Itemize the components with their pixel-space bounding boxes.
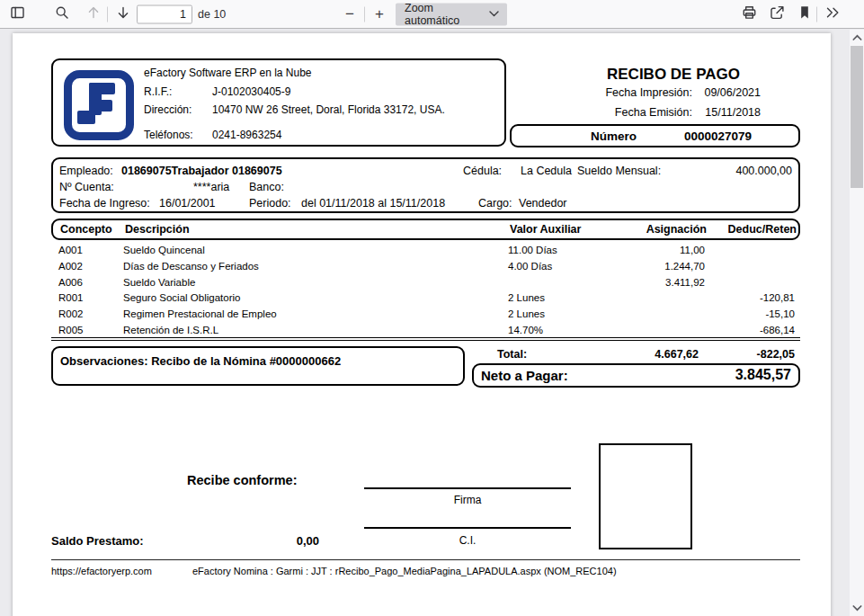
- column-header-concepto: Concepto: [60, 223, 112, 236]
- concept-description: Sueldo Quincenal: [123, 243, 205, 259]
- total-deduccion-value: -822,05: [660, 348, 795, 361]
- next-page-button[interactable]: [111, 3, 135, 26]
- ci-label: C.I.: [364, 534, 571, 547]
- double-chevron-right-icon: [825, 6, 841, 22]
- zoom-level-select[interactable]: Zoom automático: [396, 3, 507, 25]
- pdf-page: eFactory Software ERP en la Nube R.I.F.:…: [13, 33, 831, 616]
- concept-asignacion: 1.244,70: [573, 259, 705, 275]
- period-value: del 01/11/2018 al 15/11/2018: [301, 197, 445, 210]
- company-address-label: Dirección:: [144, 103, 192, 116]
- column-header-valor-auxiliar: Valor Auxiliar: [510, 223, 581, 236]
- company-phones-value: 0241-8963254: [212, 129, 281, 141]
- emission-date-value: 15/11/2018: [678, 106, 761, 119]
- concept-aux-value: 2 Lunes: [508, 290, 545, 307]
- loan-balance-label: Saldo Prestamo:: [51, 534, 144, 548]
- chevron-down-icon: [489, 11, 499, 18]
- sidebar-toggle-button[interactable]: [5, 3, 29, 26]
- photo-box: [599, 443, 692, 549]
- footer-url: https://efactoryerp.com: [51, 566, 152, 576]
- concept-asignacion: 11,00: [573, 243, 705, 259]
- employee-value: 01869075Trabajador 01869075: [121, 165, 282, 177]
- plus-icon: +: [375, 5, 384, 23]
- net-to-pay-value: 3.845,57: [611, 367, 791, 383]
- concept-code: A002: [58, 259, 83, 275]
- column-header-descripcion: Descripción: [125, 223, 190, 236]
- previous-page-button[interactable]: [82, 3, 105, 26]
- ingress-date-value: 16/01/2001: [159, 197, 216, 210]
- concept-code: R002: [58, 307, 84, 323]
- concept-deduccion: -15,10: [672, 307, 795, 323]
- footer-divider: [51, 559, 800, 560]
- sidebar-icon: [10, 5, 25, 23]
- vertical-scrollbar[interactable]: [850, 30, 864, 616]
- concept-description: Regimen Prestacional de Empleo: [123, 307, 277, 323]
- company-address-value: 10470 NW 26 Street, Doral, Florida 33172…: [212, 103, 445, 116]
- table-row: A002 Días de Descanso y Feriados 4.00 Dí…: [51, 259, 800, 275]
- emission-date-label: Fecha Emisión:: [552, 106, 692, 119]
- concept-description: Seguro Social Obligatorio: [123, 290, 240, 307]
- toolbar-separator: [107, 6, 108, 22]
- concept-description: Días de Descanso y Feriados: [123, 259, 259, 275]
- footer-report-path: eFactory Nomina : Garmi : JJT : rRecibo_…: [192, 566, 617, 576]
- observations-box: Observaciones: Recibo de la Nómina #0000…: [51, 346, 465, 386]
- concept-aux-value: 11.00 Días: [508, 243, 557, 259]
- save-icon: [770, 5, 785, 23]
- company-phones-label: Teléfonos:: [144, 129, 193, 141]
- employee-info-box: Empleado: 01869075Trabajador 01869075 Cé…: [51, 157, 800, 213]
- ci-line: [364, 527, 571, 529]
- zoom-level-value: Zoom automático: [405, 2, 489, 27]
- concept-code: A006: [58, 275, 83, 291]
- toolbar-more-button[interactable]: [821, 3, 844, 26]
- concepts-table: A001 Sueldo Quincenal 11.00 Días 11,00 A…: [51, 243, 800, 339]
- firma-label: Firma: [364, 494, 571, 506]
- scrollbar-thumb[interactable]: [851, 46, 863, 188]
- bookmark-button[interactable]: [793, 3, 816, 26]
- print-date-label: Fecha Impresión:: [552, 86, 692, 99]
- zoom-out-button[interactable]: −: [338, 3, 361, 26]
- table-row: R002 Regimen Prestacional de Empleo 2 Lu…: [51, 307, 800, 323]
- receipt-number-value: 0000027079: [684, 129, 752, 143]
- cedula-value: La Cedula: [521, 165, 572, 177]
- receipt-title: RECIBO DE PAGO: [525, 66, 822, 84]
- pdf-toolbar: de 10 − + Zoom automático: [0, 0, 864, 29]
- scroll-up-icon[interactable]: [850, 31, 864, 45]
- toolbar-separator: [816, 6, 817, 22]
- efactory-logo-icon: [63, 69, 135, 141]
- company-name: eFactory Software ERP en la Nube: [144, 67, 312, 79]
- minus-icon: −: [345, 5, 354, 23]
- search-icon: [55, 5, 69, 23]
- table-header-box: Concepto Descripción Valor Auxiliar Asig…: [51, 219, 800, 240]
- employee-label: Empleado:: [59, 165, 113, 177]
- ingress-date-label: Fecha de Ingreso:: [59, 197, 150, 210]
- loan-balance-value: 0,00: [192, 534, 319, 548]
- save-button[interactable]: [765, 3, 788, 26]
- print-button[interactable]: [737, 3, 761, 26]
- arrow-down-icon: [116, 5, 130, 23]
- scroll-down-icon[interactable]: [850, 601, 864, 615]
- account-value: ****aria: [193, 181, 229, 193]
- page-number-input[interactable]: [137, 4, 192, 23]
- net-to-pay-label: Neto a Pagar:: [481, 368, 568, 383]
- table-bottom-divider: [51, 337, 800, 341]
- find-button[interactable]: [50, 3, 74, 26]
- concept-asignacion: 3.411,92: [573, 275, 705, 291]
- column-header-deduc-reten: Deduc/Reten: [673, 223, 797, 236]
- table-row: A001 Sueldo Quincenal 11.00 Días 11,00: [51, 243, 800, 259]
- net-to-pay-box: Neto a Pagar: 3.845,57: [472, 363, 800, 388]
- receive-conform-label: Recibe conforme:: [187, 473, 297, 487]
- observations-text: Observaciones: Recibo de la Nómina #0000…: [60, 354, 341, 368]
- bookmark-icon: [798, 5, 811, 23]
- position-label: Cargo:: [478, 197, 512, 210]
- toolbar-separator: [364, 6, 365, 22]
- cedula-label: Cédula:: [463, 165, 502, 177]
- period-label: Periodo:: [249, 197, 291, 210]
- table-row: R001 Seguro Social Obligatorio 2 Lunes -…: [51, 290, 800, 307]
- salary-value: 400.000,00: [700, 165, 792, 177]
- receipt-number-box: Número 0000027079: [510, 124, 800, 147]
- account-label: Nº Cuenta:: [59, 181, 114, 193]
- concept-code: R001: [58, 290, 84, 307]
- signature-line: [364, 487, 571, 489]
- concept-aux-value: 2 Lunes: [508, 307, 545, 323]
- bank-label: Banco:: [249, 181, 284, 193]
- zoom-in-button[interactable]: +: [368, 3, 391, 26]
